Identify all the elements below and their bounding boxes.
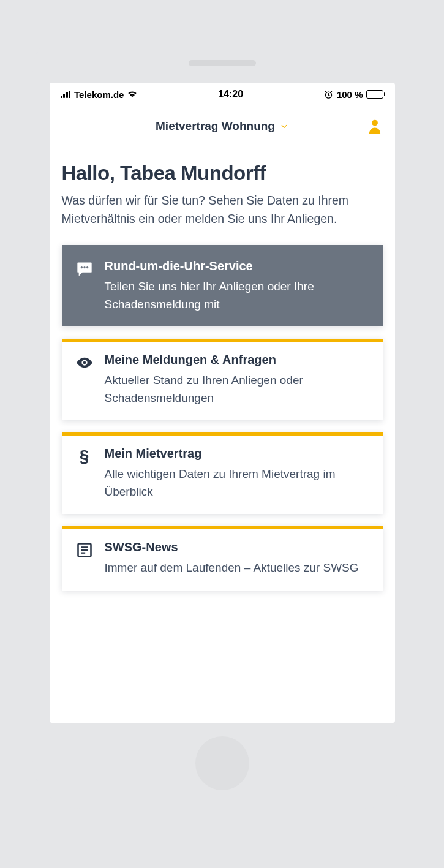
card-title: SWSG-News [105, 540, 371, 554]
carrier-label: Telekom.de [74, 89, 124, 100]
card-desc: Teilen Sie uns hier Ihr Anliegen oder Ih… [105, 278, 371, 313]
greeting-title: Hallo, Tabea Mundorff [62, 162, 383, 185]
content: Hallo, Tabea Mundorff Was dürfen wir für… [50, 148, 395, 723]
chevron-down-icon [280, 122, 288, 130]
card-title: Meine Meldungen & Anfragen [105, 353, 371, 367]
card-desc: Alle wichtigen Daten zu Ihrem Mietvertra… [105, 466, 371, 500]
phone-speaker [189, 60, 256, 66]
battery-icon [366, 90, 383, 99]
card-service[interactable]: Rund-um-die-Uhr-Service Teilen Sie uns h… [62, 245, 383, 326]
eye-icon [74, 353, 95, 407]
svg-point-3 [83, 266, 85, 268]
greeting-subtitle: Was dürfen wir für Sie tun? Sehen Sie Da… [62, 191, 383, 228]
card-news[interactable]: SWSG-News Immer auf dem Laufenden – Aktu… [62, 526, 383, 591]
phone-frame: Telekom.de 14:20 100 % Mietvertrag Wohnu… [32, 25, 412, 809]
alarm-icon [324, 90, 333, 99]
wifi-icon [127, 91, 137, 98]
svg-point-2 [80, 266, 82, 268]
card-contract[interactable]: § Mein Mietvertrag Alle wichtigen Daten … [62, 432, 383, 514]
chat-icon [74, 259, 95, 313]
screen: Telekom.de 14:20 100 % Mietvertrag Wohnu… [50, 83, 395, 723]
status-time: 14:20 [218, 89, 243, 100]
cards-list: Rund-um-die-Uhr-Service Teilen Sie uns h… [62, 245, 383, 591]
card-title: Rund-um-die-Uhr-Service [105, 259, 371, 273]
header-dropdown[interactable]: Mietvertrag Wohnung [156, 119, 288, 133]
svg-point-4 [86, 266, 88, 268]
card-desc: Immer auf dem Laufenden – Aktuelles zur … [105, 559, 371, 577]
app-header: Mietvertrag Wohnung [50, 106, 395, 148]
status-right: 100 % [324, 89, 384, 100]
status-bar: Telekom.de 14:20 100 % [50, 83, 395, 106]
news-icon [74, 540, 95, 577]
section-icon: § [74, 447, 95, 500]
card-title: Mein Mietvertrag [105, 447, 371, 461]
status-left: Telekom.de [61, 89, 138, 100]
battery-percent: 100 % [337, 89, 363, 100]
signal-icon [61, 91, 71, 98]
card-desc: Aktueller Stand zu Ihren Anliegen oder S… [105, 372, 371, 407]
header-title: Mietvertrag Wohnung [156, 119, 275, 133]
card-messages[interactable]: Meine Meldungen & Anfragen Aktueller Sta… [62, 339, 383, 420]
svg-point-5 [83, 361, 86, 364]
home-button[interactable] [195, 736, 249, 790]
profile-icon[interactable] [368, 119, 382, 135]
svg-point-1 [372, 120, 378, 126]
